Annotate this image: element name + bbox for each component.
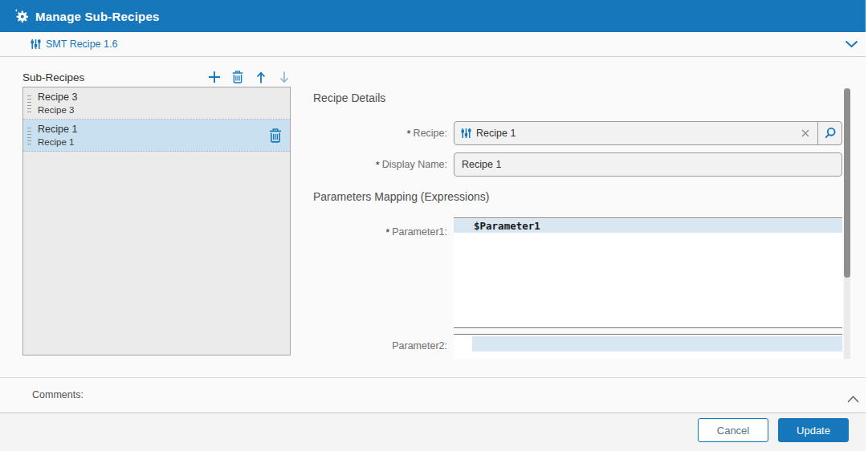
- parameter2-label: Parameter2:: [313, 339, 447, 353]
- parameter1-expression-editor[interactable]: $Parameter1: [454, 217, 842, 328]
- comments-label: Comments:: [32, 389, 84, 400]
- sub-recipe-name: Recipe 1: [38, 123, 283, 136]
- active-line-highlight: [472, 336, 842, 351]
- recipe-details-heading: Recipe Details: [313, 91, 385, 104]
- dialog-title: Manage Sub-Recipes: [35, 10, 159, 23]
- display-name-value: Recipe 1: [462, 159, 501, 170]
- move-down-button[interactable]: [277, 71, 291, 84]
- chevron-up-icon[interactable]: [847, 392, 859, 406]
- dialog-titlebar: Manage Sub-Recipes: [0, 0, 866, 32]
- gear-icon: [14, 9, 29, 23]
- parent-recipe-bar[interactable]: SMT Recipe 1.6: [0, 32, 866, 57]
- cancel-button[interactable]: Cancel: [698, 418, 768, 442]
- drag-handle[interactable]: [27, 95, 31, 112]
- recipe-value: Recipe 1: [476, 128, 516, 139]
- scrollbar[interactable]: [844, 88, 850, 359]
- delete-row-icon[interactable]: [269, 128, 282, 143]
- required-marker: *: [385, 226, 389, 238]
- parameter2-expression-editor[interactable]: [454, 334, 842, 359]
- search-recipe-button[interactable]: [817, 122, 842, 144]
- drag-handle[interactable]: [27, 128, 31, 144]
- parameter1-expression: $Parameter1: [474, 220, 540, 232]
- parent-recipe-name: SMT Recipe 1.6: [46, 39, 117, 50]
- add-sub-recipe-button[interactable]: [207, 71, 221, 84]
- scrollbar-thumb[interactable]: [844, 88, 850, 278]
- sub-recipe-display: Recipe 1: [38, 136, 283, 148]
- display-name-input[interactable]: Recipe 1: [454, 152, 842, 177]
- parameter1-label: * Parameter1:: [313, 225, 447, 239]
- sliders-icon: [461, 128, 471, 139]
- list-item[interactable]: Recipe 3 Recipe 3: [23, 87, 290, 120]
- sub-recipe-display: Recipe 3: [38, 104, 283, 116]
- sub-recipes-heading: Sub-Recipes: [22, 71, 198, 83]
- sliders-icon: [31, 39, 41, 50]
- display-name-label: * Display Name:: [313, 152, 447, 177]
- recipe-label: * Recipe:: [313, 121, 447, 145]
- parameters-heading: Parameters Mapping (Expressions): [313, 190, 489, 203]
- list-item[interactable]: Recipe 1 Recipe 1: [23, 120, 290, 152]
- recipe-input[interactable]: Recipe 1: [454, 121, 842, 145]
- required-marker: *: [407, 128, 411, 140]
- delete-sub-recipe-button[interactable]: [230, 71, 244, 84]
- comments-section: Comments:: [0, 377, 866, 412]
- move-up-button[interactable]: [254, 71, 267, 84]
- update-button[interactable]: Update: [778, 418, 849, 442]
- sub-recipe-name: Recipe 3: [38, 91, 283, 104]
- footer: Cancel Update: [0, 412, 866, 451]
- clear-icon[interactable]: [798, 126, 813, 140]
- chevron-down-icon[interactable]: [845, 40, 858, 48]
- sub-recipes-list: Recipe 3 Recipe 3 Recipe 1 Recipe 1: [22, 87, 291, 356]
- manage-sub-recipes-dialog: Manage Sub-Recipes SMT Recipe 1.6 Sub-Re…: [0, 0, 866, 451]
- required-marker: *: [376, 159, 380, 171]
